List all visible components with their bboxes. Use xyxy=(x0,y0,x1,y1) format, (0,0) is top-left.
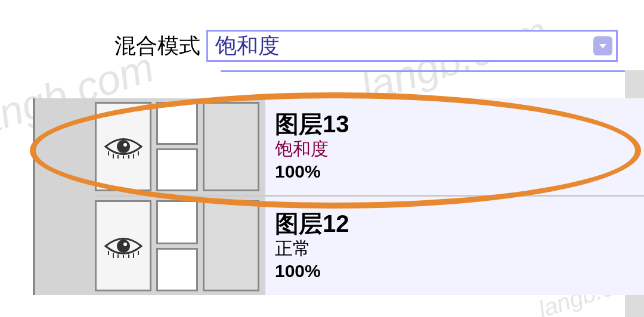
layer-lock-boxes xyxy=(156,200,198,291)
layer-lock-boxes xyxy=(156,102,198,191)
layer-thumbnail[interactable] xyxy=(203,200,259,291)
svg-point-2 xyxy=(117,240,130,253)
layer-thumbnail[interactable] xyxy=(203,102,259,191)
layer-info[interactable]: 图层13 饱和度 100% xyxy=(265,98,644,195)
layer-info[interactable]: 图层12 正常 100% xyxy=(265,197,644,295)
lock-box[interactable] xyxy=(156,200,198,244)
visibility-toggle[interactable] xyxy=(95,102,151,191)
blend-mode-label: 混合模式 xyxy=(114,32,200,61)
layer-opacity: 100% xyxy=(275,260,634,282)
lock-box[interactable] xyxy=(156,148,198,191)
layers-panel: 图层13 饱和度 100% 图层12 正常 100% xyxy=(33,98,644,295)
dropdown-button[interactable] xyxy=(593,36,612,55)
svg-point-1 xyxy=(123,143,127,147)
layer-name: 图层13 xyxy=(275,111,634,137)
layer-row[interactable]: 图层12 正常 100% xyxy=(95,197,644,295)
layer-blend-mode: 饱和度 xyxy=(275,138,634,160)
lock-box[interactable] xyxy=(156,248,198,292)
svg-point-0 xyxy=(117,140,130,153)
visibility-toggle[interactable] xyxy=(95,200,151,291)
eye-icon xyxy=(103,135,144,158)
blend-mode-value: 饱和度 xyxy=(215,32,280,61)
layer-name: 图层12 xyxy=(275,210,634,237)
chevron-down-icon xyxy=(599,44,606,48)
blend-mode-bar: 混合模式 饱和度 xyxy=(114,30,618,62)
divider-line xyxy=(221,70,644,73)
lock-box[interactable] xyxy=(156,102,198,145)
svg-point-3 xyxy=(123,243,127,246)
layer-row[interactable]: 图层13 饱和度 100% xyxy=(95,98,644,197)
eye-icon xyxy=(103,234,144,258)
layer-opacity: 100% xyxy=(275,161,634,182)
blend-mode-select[interactable]: 饱和度 xyxy=(206,30,618,62)
layer-blend-mode: 正常 xyxy=(275,238,634,259)
